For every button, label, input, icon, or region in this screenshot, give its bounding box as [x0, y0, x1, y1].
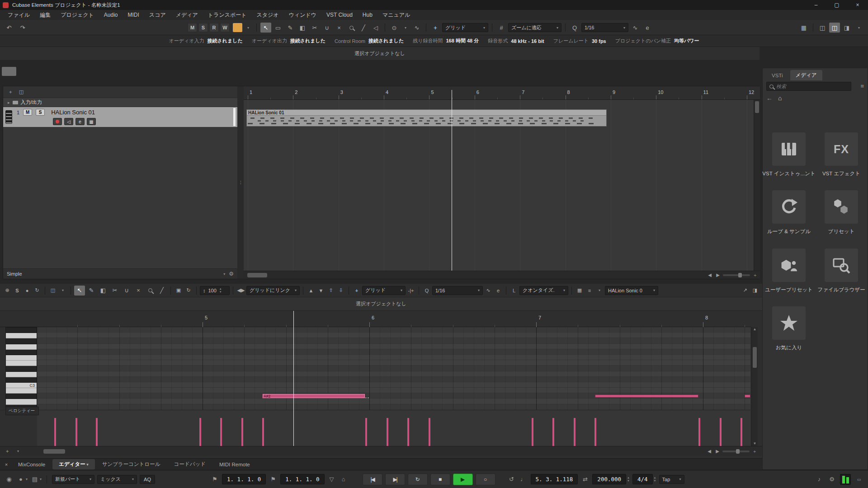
event-colors-icon[interactable]: ≡ [585, 286, 594, 295]
home-icon[interactable]: ⌂ [778, 94, 782, 102]
menu-item[interactable]: MIDI [123, 10, 144, 19]
editor-line-tool-button[interactable]: ╱ [156, 286, 167, 296]
piano-key-C#3[interactable] [6, 377, 37, 383]
tempo-display[interactable]: 200.000 [592, 474, 626, 484]
tile-vst-instruments[interactable]: VST インストゥ...ント [764, 132, 813, 177]
velocity-bar[interactable] [698, 418, 700, 446]
scroll-down-icon[interactable]: ▼ [752, 441, 758, 446]
editor-draw-tool-button[interactable]: ✎ [86, 286, 97, 296]
velocity-bar[interactable] [574, 418, 576, 446]
velocity-bar[interactable] [262, 418, 264, 446]
tile-user-presets[interactable]: ユーザープリセット [764, 249, 813, 293]
piano-key-A2[interactable] [6, 399, 37, 404]
maximize-button[interactable]: ▢ [826, 0, 847, 10]
tile-vst-effects[interactable]: FX VST エフェクト [817, 132, 866, 177]
piano-key-D#3[interactable] [6, 366, 37, 371]
velocity-bar[interactable] [741, 418, 742, 446]
track-presets-icon[interactable]: ◫ [17, 88, 26, 97]
locator-right-icon[interactable]: ⚑ [269, 475, 278, 484]
scrollbar-thumb[interactable] [755, 101, 759, 113]
sync-icon[interactable]: ⇄ [580, 475, 590, 484]
tile-loops-samples[interactable]: ループ & サンプル [764, 190, 813, 235]
go-to-end-button[interactable]: ▶| [385, 474, 405, 485]
menu-item[interactable]: Hub [358, 10, 377, 19]
pre-roll-icon[interactable]: ↺ [507, 475, 516, 484]
setup-window-layout-icon[interactable]: ▦ [798, 23, 809, 33]
list-view-icon[interactable]: ≡ [860, 83, 864, 89]
menu-item[interactable]: スタジオ [252, 10, 284, 20]
time-signature-display[interactable]: 4/4 [632, 474, 653, 484]
record-button[interactable]: ○ [476, 474, 495, 485]
range-tool-button[interactable]: ▭ [273, 23, 283, 33]
global-mute-button[interactable]: M [188, 23, 197, 32]
panel-divider[interactable]: ⁞ [237, 86, 244, 279]
global-solo-button[interactable]: S [198, 23, 208, 32]
piano-key-F3[interactable] [6, 355, 37, 361]
event-colors-caret[interactable]: ▾ [595, 286, 604, 295]
editor-vertical-scrollbar[interactable]: ▲ ▼ [751, 327, 758, 446]
scroll-up-icon[interactable]: ▲ [752, 327, 758, 331]
locator-left-icon[interactable]: ⚑ [210, 475, 219, 484]
menu-item[interactable]: プロジェクト [56, 10, 99, 20]
editor-glue-tool-button[interactable]: ∪ [121, 286, 132, 296]
play-button[interactable]: ▶ [453, 474, 473, 485]
editor-setup-icon[interactable]: ◨ [750, 286, 760, 295]
editor-edit-quantize-icon[interactable]: e [494, 286, 503, 295]
note-grid[interactable]: A#2 [37, 327, 750, 410]
stop-button[interactable]: ■ [430, 474, 450, 485]
track-solo-button[interactable]: S [36, 109, 45, 116]
editor-snap-icon[interactable]: + [352, 286, 361, 295]
search-input[interactable] [776, 84, 830, 89]
draw-tool-button[interactable]: ✎ [285, 23, 296, 33]
snap-icon[interactable]: + [430, 23, 441, 33]
piano-key-G3[interactable] [6, 344, 37, 350]
project-playhead[interactable] [452, 90, 452, 271]
velocity-bar[interactable] [387, 418, 388, 446]
show-events-icon[interactable]: ◫ [48, 286, 57, 295]
cycle-button[interactable]: ↻ [408, 474, 428, 485]
feedback-icon[interactable]: ⊙ [389, 23, 400, 33]
scroll-left-icon[interactable]: ◀ [706, 448, 712, 455]
midi-note[interactable]: A#2 [262, 394, 365, 398]
track-mute-button[interactable]: M [23, 109, 32, 116]
audio-mixdown-caret[interactable]: ▾ [40, 477, 42, 481]
edit-quantize-icon[interactable]: e [642, 23, 653, 33]
redo-icon[interactable]: ↷ [17, 23, 28, 33]
metronome-icon[interactable]: ♪ [815, 475, 824, 484]
velocity-bar[interactable] [365, 418, 367, 446]
constrain-compensation-icon[interactable]: ◉ [5, 475, 14, 484]
marker-icon[interactable]: ⌂ [339, 475, 348, 484]
overview-collapsed-tab[interactable] [2, 67, 16, 76]
record-mode-caret[interactable]: ▾ [26, 477, 28, 481]
lower-zone-tab[interactable]: エディター [52, 459, 95, 469]
close-lower-zone-icon[interactable]: × [2, 460, 11, 469]
velocity-bar[interactable] [720, 418, 722, 446]
erase-tool-button[interactable]: ◧ [297, 23, 308, 33]
ruler-bar[interactable]: 8 [566, 86, 611, 99]
tile-favorites[interactable]: お気に入り [764, 306, 813, 351]
velocity-bar[interactable] [407, 418, 409, 446]
velocity-bar[interactable] [199, 418, 201, 446]
record-mode-icon[interactable]: ● [16, 475, 25, 484]
grid-type-select[interactable]: グリッド▾ [442, 23, 488, 32]
pitch-visibility-icon[interactable]: ▦ [575, 286, 584, 295]
zoom-preset-select[interactable]: ズームに適応▾ [508, 23, 561, 32]
piano-key-G#3[interactable] [6, 338, 37, 344]
editor-split-tool-button[interactable]: ✂ [109, 286, 120, 296]
record-in-editor-icon[interactable]: ● [23, 286, 32, 295]
project-vertical-scrollbar[interactable] [754, 100, 760, 271]
velocity-lane[interactable] [37, 410, 750, 446]
tempo-track-icon[interactable]: ♩ [519, 475, 528, 484]
zoom-slider-knob[interactable] [736, 449, 740, 454]
tile-file-browser[interactable]: ファイルブラウザー [817, 249, 866, 293]
move-up-icon[interactable]: ▲ [307, 286, 316, 295]
rack-caret-icon[interactable]: ▾ [223, 272, 225, 276]
transpose-up-icon[interactable]: ⇧ [326, 286, 335, 295]
menu-item[interactable]: マニュアル [377, 10, 415, 20]
show-events-caret[interactable]: ▾ [58, 286, 67, 295]
rack-gear-icon[interactable]: ⚙ [229, 271, 234, 277]
automation-curve-icon[interactable]: ∿ [411, 23, 422, 33]
ruler-bar[interactable]: 11 [702, 86, 747, 99]
editor-ruler-strip[interactable]: 5678 [0, 311, 751, 327]
ruler-bar[interactable]: 1 [248, 86, 293, 99]
